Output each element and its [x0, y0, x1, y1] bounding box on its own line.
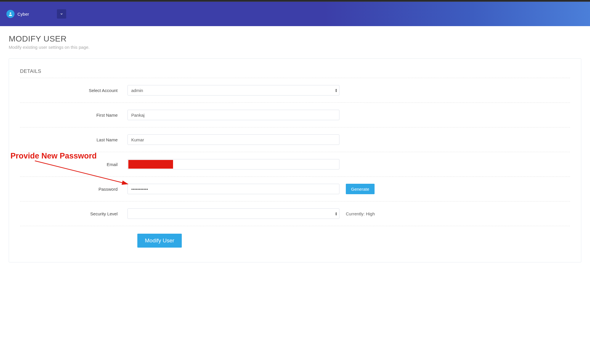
brand: Cyber	[6, 10, 29, 18]
row-first-name: First Name	[20, 102, 570, 127]
brand-label: Cyber	[17, 12, 29, 17]
last-name-field[interactable]	[127, 134, 339, 145]
user-icon	[6, 10, 15, 18]
page-title: MODIFY USER	[9, 34, 581, 44]
row-select-account: Select Account admin ▴▾	[20, 78, 570, 102]
security-level-current: Currently: High	[346, 211, 375, 216]
label-select-account: Select Account	[20, 88, 127, 93]
nav-dropdown-button[interactable]	[57, 9, 66, 19]
row-last-name: Last Name	[20, 127, 570, 152]
page-body: MODIFY USER Modify existing user setting…	[0, 26, 590, 274]
label-last-name: Last Name	[20, 137, 127, 142]
modify-user-button[interactable]: Modify User	[137, 234, 182, 248]
label-first-name: First Name	[20, 113, 127, 118]
label-password: Password	[20, 187, 127, 192]
first-name-field[interactable]	[127, 110, 339, 120]
page-subtitle: Modify existing user settings on this pa…	[9, 45, 581, 50]
row-password: Password Generate	[20, 176, 570, 201]
password-field[interactable]	[127, 184, 339, 194]
svg-point-0	[10, 12, 11, 14]
generate-button[interactable]: Generate	[346, 184, 375, 194]
select-account-field[interactable]: admin	[127, 85, 339, 95]
panel-heading: DETAILS	[20, 69, 570, 74]
row-email: Email	[20, 152, 570, 176]
label-security-level: Security Level	[20, 211, 127, 216]
details-panel: DETAILS Select Account admin ▴▾ First Na…	[9, 58, 581, 262]
row-security-level: Security Level ▴▾ Currently: High	[20, 201, 570, 226]
security-level-field[interactable]	[127, 208, 339, 219]
redaction-block	[128, 160, 173, 169]
app-header: Cyber	[0, 2, 590, 26]
label-email: Email	[20, 162, 127, 167]
